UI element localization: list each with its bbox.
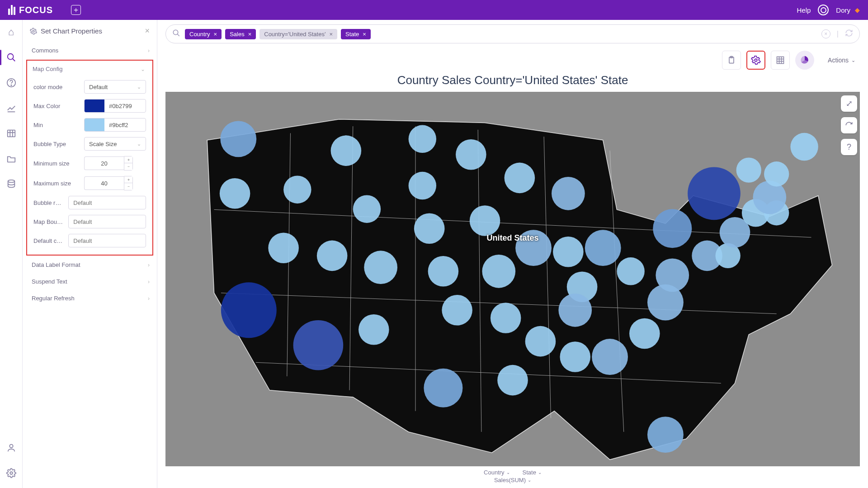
bubble-UT[interactable]: [317, 241, 348, 271]
bubble-OH[interactable]: [585, 230, 621, 266]
bubble-CO[interactable]: [364, 251, 397, 284]
chart-type-button[interactable]: [795, 51, 814, 70]
section-map-config[interactable]: Map Config⌄: [27, 61, 152, 77]
max-color-input[interactable]: #0b2799: [84, 99, 146, 113]
close-icon[interactable]: ×: [214, 31, 217, 38]
bubble-ND[interactable]: [409, 125, 436, 153]
min-size-input[interactable]: [84, 156, 124, 170]
gear-icon[interactable]: [5, 467, 17, 479]
bubble-WY[interactable]: [353, 195, 381, 223]
bubble-NH[interactable]: [764, 161, 789, 186]
bubble-MT[interactable]: [331, 135, 362, 166]
new-button[interactable]: ＋: [71, 5, 81, 15]
close-icon[interactable]: ×: [248, 31, 252, 38]
bubble-NE[interactable]: [414, 213, 445, 244]
map-bounds-input[interactable]: [68, 215, 146, 228]
bubble-TN[interactable]: [558, 294, 592, 327]
stepper[interactable]: ＋－: [124, 156, 133, 171]
bubble-IA[interactable]: [470, 205, 500, 236]
bubble-AZ[interactable]: [293, 320, 344, 370]
close-icon[interactable]: ×: [329, 31, 333, 38]
bubble-radius-input[interactable]: [68, 196, 146, 209]
map-canvas[interactable]: United States ⤢ ?: [165, 92, 860, 466]
bubble-MS[interactable]: [525, 326, 556, 357]
search-chip[interactable]: State×: [341, 29, 371, 39]
stepper[interactable]: ＋－: [124, 176, 133, 190]
folder-icon[interactable]: [5, 153, 17, 165]
default-country-input[interactable]: [68, 234, 146, 247]
bubble-MI[interactable]: [552, 177, 585, 210]
section-suspend-text[interactable]: Suspend Text›: [23, 273, 157, 290]
max-size-input[interactable]: [84, 176, 124, 190]
chevron-right-icon: ›: [148, 295, 150, 302]
bubble-WA[interactable]: [220, 121, 256, 157]
bubble-ME[interactable]: [790, 133, 818, 161]
bubble-GA[interactable]: [592, 339, 628, 375]
chart-icon[interactable]: [5, 102, 17, 114]
avatar-icon[interactable]: [818, 5, 829, 15]
bubble-MO[interactable]: [482, 255, 515, 288]
chart-settings-button[interactable]: [746, 51, 765, 70]
bubble-CA[interactable]: [221, 282, 277, 338]
help-circle-icon[interactable]: [5, 77, 17, 89]
min-color-input[interactable]: #9bcff2: [84, 118, 146, 132]
help-circle-icon[interactable]: ?: [841, 139, 857, 155]
chart-properties-panel: Set Chart Properties × Commons› Map Conf…: [23, 20, 157, 488]
database-icon[interactable]: [5, 178, 17, 190]
minus-icon: －: [124, 163, 132, 170]
chevron-down-icon: ⌄: [506, 470, 510, 475]
search-bar[interactable]: Country×Sales×Country='United States'×St…: [165, 24, 860, 43]
bubble-NM[interactable]: [359, 314, 389, 345]
bubble-AR[interactable]: [491, 303, 521, 333]
search-chip[interactable]: Sales×: [225, 29, 256, 39]
bubble-type-select[interactable]: Scale Size⌄: [84, 137, 146, 151]
clipboard-button[interactable]: [722, 51, 741, 70]
bubble-VT[interactable]: [736, 158, 761, 183]
gear-icon: [30, 28, 37, 35]
bubble-PA[interactable]: [653, 209, 692, 248]
table-icon[interactable]: [5, 128, 17, 139]
search-chip[interactable]: Country='United States'×: [259, 29, 337, 39]
home-icon[interactable]: ⌂: [5, 26, 17, 38]
clear-icon[interactable]: ×: [821, 29, 830, 38]
refresh-icon[interactable]: [841, 117, 857, 133]
bubble-WI[interactable]: [505, 163, 535, 194]
expand-icon[interactable]: ⤢: [841, 95, 857, 112]
bubble-SD[interactable]: [409, 172, 436, 199]
bubble-VA[interactable]: [656, 259, 689, 292]
bubble-OR[interactable]: [220, 178, 250, 209]
axis-state[interactable]: State⌄: [523, 469, 542, 476]
close-icon[interactable]: ×: [145, 26, 150, 36]
axis-sales[interactable]: Sales(SUM)⌄: [494, 477, 531, 483]
search-icon[interactable]: [5, 52, 17, 63]
bubble-WV[interactable]: [617, 257, 644, 285]
bubble-MN[interactable]: [456, 139, 486, 170]
bubble-NY[interactable]: [688, 167, 741, 220]
bubble-KS[interactable]: [428, 256, 459, 287]
bubble-AL[interactable]: [560, 341, 590, 372]
section-data-label[interactable]: Data Label Format›: [23, 256, 157, 273]
section-regular-refresh[interactable]: Regular Refresh›: [23, 290, 157, 307]
grid-button[interactable]: [771, 51, 790, 70]
refresh-icon[interactable]: [845, 29, 853, 39]
bubble-IN[interactable]: [553, 237, 584, 267]
bubble-NV[interactable]: [268, 232, 299, 263]
svg-point-12: [173, 30, 178, 35]
bubble-TX[interactable]: [424, 369, 462, 407]
help-link[interactable]: Help: [797, 6, 811, 14]
axis-country[interactable]: Country⌄: [484, 469, 510, 476]
section-commons[interactable]: Commons›: [23, 42, 157, 59]
chevron-down-icon: ⌄: [141, 66, 145, 72]
bubble-FL[interactable]: [647, 417, 684, 453]
bubble-SC[interactable]: [629, 318, 660, 349]
bubble-ID[interactable]: [283, 175, 311, 203]
bubble-MA[interactable]: [753, 181, 786, 214]
search-chip[interactable]: Country×: [185, 29, 222, 39]
bubble-OK[interactable]: [442, 295, 472, 326]
color-mode-select[interactable]: Default⌄: [84, 80, 146, 94]
bubble-LA[interactable]: [497, 365, 528, 396]
close-icon[interactable]: ×: [363, 31, 366, 38]
svg-point-3: [11, 85, 11, 85]
actions-menu[interactable]: Actions ⌄: [828, 57, 855, 64]
user-icon[interactable]: [5, 442, 17, 454]
